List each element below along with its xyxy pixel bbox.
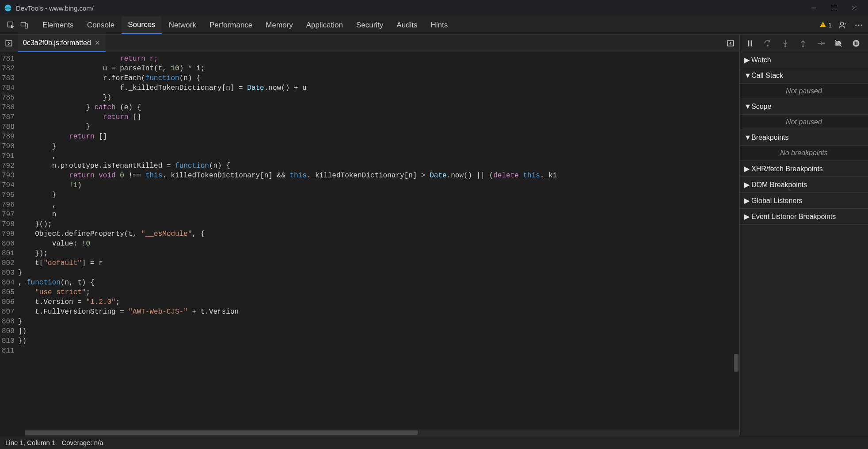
svg-rect-15 (727, 41, 734, 46)
feedback-icon[interactable] (838, 20, 848, 30)
tab-performance[interactable]: Performance (203, 17, 259, 34)
svg-rect-16 (748, 40, 749, 46)
tab-audits[interactable]: Audits (390, 17, 423, 34)
main-toolbar: Elements Console Sources Network Perform… (0, 16, 868, 35)
tab-application[interactable]: Application (300, 17, 349, 34)
deactivate-breakpoints-button[interactable] (833, 38, 844, 49)
more-icon[interactable] (854, 20, 864, 30)
svg-point-20 (785, 46, 786, 47)
pause-button[interactable] (744, 38, 756, 49)
svg-rect-2 (832, 6, 836, 10)
chevron-right-icon: ▶ (744, 212, 749, 221)
debugger-toggle-icon[interactable] (722, 35, 739, 52)
panel-tab-strip: Elements Console Sources Network Perform… (36, 16, 454, 34)
warning-icon (819, 21, 826, 29)
chevron-down-icon: ▼ (744, 103, 749, 111)
panel-xhr-breakpoints: ▶XHR/fetch Breakpoints (740, 161, 868, 177)
tab-memory[interactable]: Memory (259, 17, 299, 34)
file-tab[interactable]: 0c3a2f0b.js:formatted ✕ (18, 35, 106, 52)
inspect-element-icon[interactable] (4, 19, 18, 32)
breakpoints-body: No breakpoints (740, 145, 868, 161)
maximize-button[interactable] (824, 0, 844, 16)
horizontal-scrollbar[interactable] (25, 430, 739, 436)
svg-rect-17 (751, 40, 752, 46)
statusbar: Line 1, Column 1 Coverage: n/a (0, 436, 868, 449)
chevron-down-icon: ▼ (744, 72, 749, 80)
tab-network[interactable]: Network (163, 17, 202, 34)
step-over-button[interactable] (762, 38, 773, 49)
minimize-button[interactable] (803, 0, 824, 16)
chevron-right-icon: ▶ (744, 56, 749, 64)
vertical-scrollbar[interactable] (733, 52, 739, 430)
svg-rect-28 (855, 41, 856, 45)
cursor-position: Line 1, Column 1 (5, 439, 55, 446)
panel-scope: ▼Scope Not paused (740, 99, 868, 130)
window-titlebar: DevTools - www.bing.com/ (0, 0, 868, 16)
svg-point-10 (841, 22, 844, 25)
scope-body: Not paused (740, 114, 868, 130)
main-area: 781 782 783 784 785 786 787 788 789 790 … (0, 52, 868, 436)
panel-dom-breakpoints: ▶DOM Breakpoints (740, 177, 868, 193)
step-button[interactable] (815, 38, 826, 49)
svg-point-11 (855, 24, 857, 26)
tab-security[interactable]: Security (350, 17, 389, 34)
step-into-button[interactable] (780, 38, 791, 49)
window-controls (803, 0, 864, 16)
panel-breakpoints: ▼Breakpoints No breakpoints (740, 130, 868, 161)
file-tab-name: 0c3a2f0b.js:formatted (23, 39, 91, 47)
panel-global-listeners: ▶Global Listeners (740, 193, 868, 209)
panel-event-listener-breakpoints: ▶Event Listener Breakpoints (740, 209, 868, 225)
tab-console[interactable]: Console (81, 17, 121, 34)
code-area[interactable]: return r; u = parseInt(t, 10) * i; r.for… (18, 52, 739, 436)
svg-point-12 (858, 24, 860, 26)
window-title: DevTools - www.bing.com/ (16, 4, 94, 12)
debugger-controls (740, 35, 868, 52)
tab-elements[interactable]: Elements (36, 17, 80, 34)
debugger-sidebar: ▶Watch ▼Call Stack Not paused ▼Scope Not… (740, 52, 868, 436)
callstack-body: Not paused (740, 83, 868, 99)
tab-sources[interactable]: Sources (122, 16, 161, 34)
svg-rect-29 (857, 41, 858, 45)
svg-point-27 (853, 40, 860, 46)
warning-count: 1 (828, 21, 832, 29)
sources-subbar: 0c3a2f0b.js:formatted ✕ (0, 35, 868, 52)
line-gutter: 781 782 783 784 785 786 787 788 789 790 … (0, 52, 18, 436)
panel-callstack: ▼Call Stack Not paused (740, 68, 868, 99)
svg-rect-14 (6, 41, 12, 46)
panel-watch: ▶Watch (740, 52, 868, 68)
svg-rect-8 (822, 23, 823, 25)
chevron-right-icon: ▶ (744, 180, 749, 189)
svg-point-13 (861, 24, 862, 26)
svg-point-24 (823, 42, 825, 44)
svg-rect-9 (822, 26, 823, 26)
editor-pane: 781 782 783 784 785 786 787 788 789 790 … (0, 52, 740, 436)
chevron-right-icon: ▶ (744, 165, 749, 173)
coverage-status: Coverage: n/a (61, 439, 103, 446)
tab-hints[interactable]: Hints (425, 17, 454, 34)
chevron-down-icon: ▼ (744, 134, 749, 142)
warning-badge[interactable]: 1 (819, 21, 832, 29)
close-button[interactable] (844, 0, 864, 16)
pause-on-exceptions-button[interactable] (850, 38, 862, 49)
step-out-button[interactable] (797, 38, 809, 49)
device-toolbar-icon[interactable] (18, 19, 31, 32)
app-icon (4, 4, 12, 12)
chevron-right-icon: ▶ (744, 196, 749, 205)
close-icon[interactable]: ✕ (95, 39, 100, 47)
svg-point-18 (767, 45, 769, 46)
svg-point-22 (803, 46, 804, 47)
navigator-toggle-icon[interactable] (0, 35, 18, 52)
